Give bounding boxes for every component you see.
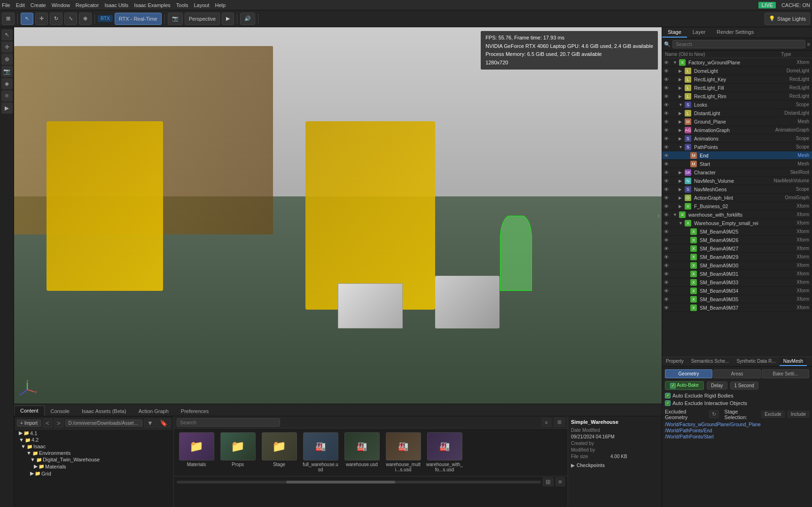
delay-button[interactable]: Delay [707, 382, 727, 390]
expand-icon-1[interactable]: ▶ [679, 69, 683, 73]
stage-tree-row-4[interactable]: 👁 ▶ L RectLight_Rim RectLight [662, 92, 812, 101]
select-tool-button[interactable]: ↖ [21, 13, 33, 25]
rtx-realtime-button[interactable]: RTX - Real-Time [115, 13, 162, 25]
refresh-excluded-button[interactable]: ↻ [709, 410, 719, 418]
expand-icon-8[interactable]: ▶ [679, 128, 683, 133]
asset-search-input[interactable] [177, 418, 280, 427]
excluded-path-2[interactable]: /World/PathPoints/Start [665, 434, 809, 439]
auto-bake-button[interactable]: ✓ Auto-Bake [665, 381, 704, 390]
expand-icon-5[interactable]: ▼ [679, 102, 683, 107]
stage-tree-row-3[interactable]: 👁 ▶ L RectLight_Fill RectLight [662, 84, 812, 92]
stage-tree-row-26[interactable]: 👁 X SM_BeamA9M33 Xform [662, 278, 812, 287]
menu-isaac-examples[interactable]: Isaac Examples [134, 2, 171, 8]
eye-icon-4[interactable]: 👁 [663, 94, 670, 99]
stage-tree-row-5[interactable]: 👁 ▼ S Looks Scope [662, 101, 812, 109]
navmesh-tab-geometry[interactable]: Geometry [665, 369, 712, 378]
auto-exclude-interactive-checkbox[interactable]: ✓ [665, 400, 671, 406]
tab-console[interactable]: Console [45, 406, 76, 416]
auto-exclude-rigid-checkbox[interactable]: ✓ [665, 393, 671, 398]
eye-icon-0[interactable]: 👁 [663, 60, 670, 65]
stage-tree-row-20[interactable]: 👁 X SM_BeamA9M25 Xform [662, 227, 812, 236]
eye-icon-29[interactable]: 👁 [663, 305, 670, 311]
viewport-expand-arrow[interactable]: › [657, 211, 660, 220]
move-tool-button[interactable]: ✛ [35, 13, 48, 25]
menu-file[interactable]: File [2, 2, 10, 8]
navmesh-tab-areas[interactable]: Areas [713, 369, 761, 378]
sidebar-camera-icon[interactable]: 📷 [1, 66, 13, 77]
expand-icon-19[interactable]: ▼ [679, 221, 683, 226]
universal-tool-button[interactable]: ⊕ [79, 13, 92, 25]
eye-icon-15[interactable]: 👁 [663, 187, 670, 192]
tab-content[interactable]: Content [14, 406, 45, 416]
asset-props[interactable]: 📁 Props [219, 432, 257, 472]
menu-layout[interactable]: Layout [194, 2, 209, 8]
asset-stage[interactable]: 📁 Stage [260, 432, 298, 472]
tree-item-grid[interactable]: ▶ 📁 Grid [15, 470, 172, 477]
back-button[interactable]: < [43, 419, 52, 428]
tab-action-graph[interactable]: Action Graph [133, 406, 175, 416]
tree-item-isaac[interactable]: ▼ 📁 Isaac [15, 443, 172, 450]
navmesh-tab-bake[interactable]: Bake Setti... [762, 369, 809, 378]
eye-icon-28[interactable]: 👁 [663, 296, 670, 302]
expand-icon-2[interactable]: ▶ [679, 77, 683, 82]
list-toggle-button[interactable]: ≡ [555, 477, 565, 486]
menu-isaac-utils[interactable]: Isaac Utils [104, 2, 128, 8]
excluded-path-1[interactable]: /World/PathPoints/End [665, 428, 809, 433]
asset-grid-button[interactable]: ⊞ [554, 418, 565, 427]
filter-icon[interactable]: ≡ [807, 41, 810, 47]
eye-icon-22[interactable]: 👁 [663, 246, 670, 251]
stage-tree-row-14[interactable]: 👁 ▶ N NavMesh_Volume NavMeshVolume [662, 177, 812, 185]
sidebar-render-icon[interactable]: ◈ [1, 78, 13, 89]
expand-icon-14[interactable]: ▶ [679, 179, 683, 183]
eye-icon-6[interactable]: 👁 [663, 110, 670, 116]
eye-icon-16[interactable]: 👁 [663, 195, 670, 201]
viewport[interactable]: FPS: 55.76, Frame time: 17.93 ms NVIDIA … [14, 27, 662, 404]
eye-icon-20[interactable]: 👁 [663, 229, 670, 234]
stage-tree-row-25[interactable]: 👁 X SM_BeamA9M31 Xform [662, 270, 812, 278]
eye-icon-18[interactable]: 👁 [663, 212, 670, 218]
sidebar-select-icon[interactable]: ↖ [1, 29, 13, 40]
audio-button[interactable]: 🔊 [240, 13, 255, 25]
perspective-button[interactable]: Perspective [185, 13, 220, 25]
expand-icon-10[interactable]: ▼ [679, 145, 683, 149]
tab-semantics[interactable]: Semantics Sche... [687, 357, 733, 366]
expand-icon-7[interactable]: ▶ [679, 119, 683, 124]
expand-icon-13[interactable]: ▶ [679, 170, 683, 175]
eye-icon-1[interactable]: 👁 [663, 68, 670, 74]
eye-icon-3[interactable]: 👁 [663, 85, 670, 91]
stage-tree-row-11[interactable]: 👁 M End Mesh [662, 151, 812, 160]
import-button[interactable]: + Import [17, 420, 41, 427]
menu-edit[interactable]: Edit [16, 2, 25, 8]
expand-icon-9[interactable]: ▶ [679, 136, 683, 141]
sidebar-play-icon[interactable]: ▶ [1, 102, 13, 114]
sidebar-physics-icon[interactable]: ⚛ [1, 90, 13, 101]
auto-bake-checkbox[interactable]: ✓ [670, 383, 676, 389]
stage-tree-row-9[interactable]: 👁 ▶ S Animations Scope [662, 134, 812, 143]
stage-tree-row-19[interactable]: 👁 ▼ X Warehouse_Empty_small_rei Xform [662, 219, 812, 227]
sidebar-snap-icon[interactable]: ⊕ [1, 54, 13, 65]
eye-icon-10[interactable]: 👁 [663, 144, 670, 150]
tab-layer[interactable]: Layer [687, 27, 711, 38]
tab-navmesh[interactable]: NavMesh [780, 357, 807, 366]
asset-warehouse-4[interactable]: 🏭 warehouse_with_fo...s.usd [426, 432, 463, 472]
eye-icon-7[interactable]: 👁 [663, 119, 670, 125]
eye-icon-25[interactable]: 👁 [663, 271, 670, 277]
tree-item-41[interactable]: ▶ 📁 4.1 [15, 429, 172, 437]
tools-button[interactable]: ⊞ [2, 13, 15, 25]
stage-tree-row-22[interactable]: 👁 X SM_BeamA9M27 Xform [662, 244, 812, 253]
tab-render-settings[interactable]: Render Settings [711, 27, 759, 38]
tree-item-environments[interactable]: ▼ 📁 Environments [15, 450, 172, 456]
eye-icon-19[interactable]: 👁 [663, 220, 670, 226]
eye-icon-21[interactable]: 👁 [663, 237, 670, 243]
eye-icon-13[interactable]: 👁 [663, 170, 670, 175]
stage-tree-row-16[interactable]: 👁 ▶ O ActionGraph_Hint OmniGraph [662, 194, 812, 202]
sidebar-transform-icon[interactable]: ✛ [1, 41, 13, 53]
menu-help[interactable]: Help [215, 2, 226, 8]
eye-icon-5[interactable]: 👁 [663, 102, 670, 108]
stage-tree-row-27[interactable]: 👁 X SM_BeamA9M34 Xform [662, 287, 812, 295]
expand-icon-15[interactable]: ▶ [679, 187, 683, 192]
expand-icon-6[interactable]: ▶ [679, 111, 683, 116]
asset-filter-button[interactable]: ≡ [542, 418, 551, 427]
rotate-tool-button[interactable]: ↻ [50, 13, 62, 25]
asset-scrollbar-thumb[interactable] [286, 481, 396, 484]
